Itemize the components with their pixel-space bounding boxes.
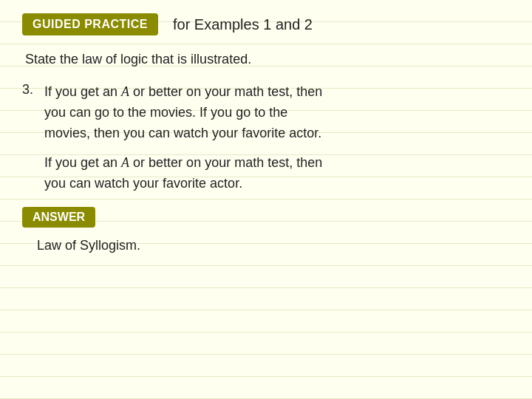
- letter-a-1: A: [121, 84, 129, 99]
- conclusion-text: If you get an A or better on your math t…: [22, 153, 510, 194]
- answer-badge: ANSWER: [22, 207, 95, 228]
- problem-section: 3. If you get an A or better on your mat…: [22, 82, 510, 194]
- guided-practice-badge: GUIDED PRACTICE: [22, 13, 158, 35]
- letter-a-2: A: [121, 155, 129, 170]
- instructions-text: State the law of logic that is illustrat…: [22, 52, 510, 67]
- answer-text: Law of Syllogism.: [22, 238, 510, 253]
- problem-text: If you get an A or better on your math t…: [44, 82, 322, 144]
- problem-number: 3.: [22, 82, 38, 144]
- content: GUIDED PRACTICE for Examples 1 and 2 Sta…: [0, 0, 532, 267]
- header-row: GUIDED PRACTICE for Examples 1 and 2: [22, 13, 510, 35]
- problem-item: 3. If you get an A or better on your mat…: [22, 82, 510, 144]
- header-title: for Examples 1 and 2: [173, 16, 313, 33]
- page: GUIDED PRACTICE for Examples 1 and 2 Sta…: [0, 0, 532, 399]
